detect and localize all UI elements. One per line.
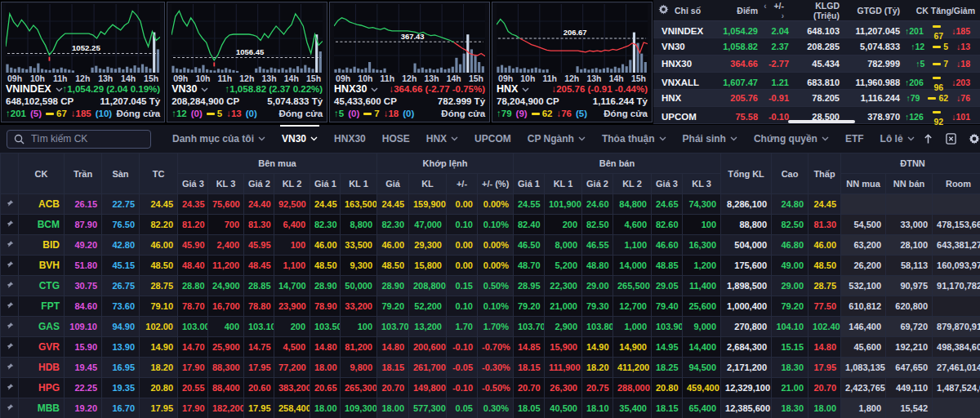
sell-vol3[interactable]: 14,400	[683, 337, 721, 358]
match-vol[interactable]: 261,700	[409, 358, 447, 378]
ticker-cell[interactable]: HPG	[19, 378, 65, 398]
index-row-vn30[interactable]: VN301,058.822.37208.2855,074.833↑125↓13	[653, 38, 980, 56]
match-change-pct[interactable]: 0.30%	[478, 398, 514, 418]
match-price[interactable]: 20.70	[377, 378, 409, 398]
sort-right-icon[interactable]: ›	[782, 11, 789, 20]
tab-hose[interactable]: HOSE	[374, 125, 418, 153]
sell-price2[interactable]: 20.75	[582, 378, 613, 398]
sell-price3[interactable]: 14.95	[652, 337, 683, 358]
match-change-pct[interactable]: 1.70%	[478, 317, 514, 337]
col-diem[interactable]: Điểm	[719, 6, 763, 16]
buy-price3[interactable]: 78.70	[178, 296, 208, 317]
tab-etf[interactable]: ETF	[837, 125, 872, 153]
match-vol[interactable]: 13,200	[409, 317, 447, 337]
match-price[interactable]: 18.15	[377, 358, 409, 378]
sell-vol2[interactable]: 1,000	[613, 317, 652, 337]
sell-price3[interactable]: 103.90	[652, 317, 683, 337]
sell-price3[interactable]: 18.25	[652, 358, 683, 378]
scroll-top-icon[interactable]	[923, 133, 933, 145]
sell-vol2[interactable]: 14,000	[613, 256, 652, 276]
buy-vol1[interactable]: 81,200	[341, 337, 377, 358]
match-change-pct[interactable]: 0.00%	[478, 235, 514, 256]
buy-price1[interactable]: 18.00	[310, 398, 341, 418]
sell-price2[interactable]: 103.80	[582, 317, 613, 337]
sell-price1[interactable]: 103.70	[514, 317, 545, 337]
sell-price2[interactable]: 24.60	[582, 194, 613, 215]
pin-cell[interactable]	[1, 358, 19, 378]
tab-phái-sinh[interactable]: Phái sinh	[675, 125, 746, 153]
excel-export-icon[interactable]	[946, 133, 956, 145]
pin-cell[interactable]	[1, 337, 19, 358]
match-change[interactable]: -0.10	[447, 337, 478, 358]
match-price[interactable]: 24.45	[377, 194, 409, 215]
match-price[interactable]: 103.70	[377, 317, 409, 337]
sell-vol1[interactable]: 5,200	[545, 256, 582, 276]
match-change[interactable]: -0.05	[447, 358, 478, 378]
buy-price3[interactable]: 45.90	[178, 235, 208, 256]
buy-price1[interactable]: 78.90	[310, 296, 341, 317]
match-price[interactable]: 28.90	[377, 276, 409, 296]
match-price[interactable]: 14.80	[377, 337, 409, 358]
sell-vol3[interactable]: 94,500	[683, 358, 721, 378]
index-name-dropdown[interactable]: HNX	[497, 83, 529, 96]
sell-vol1[interactable]: 200	[545, 215, 582, 235]
buy-price1[interactable]: 20.65	[310, 378, 341, 398]
buy-vol1[interactable]: 109,300	[341, 398, 377, 418]
ticker-cell[interactable]: BVH	[19, 256, 65, 276]
pin-cell[interactable]	[1, 194, 19, 215]
sell-vol1[interactable]: 101,900	[545, 194, 582, 215]
match-vol[interactable]: 52,200	[409, 296, 447, 317]
match-vol[interactable]: 208,800	[409, 276, 447, 296]
sell-vol3[interactable]: 9,000	[683, 317, 721, 337]
col-chi-so[interactable]: Chỉ số	[673, 6, 719, 16]
index-name-dropdown[interactable]: HNX30	[334, 83, 378, 96]
buy-vol2[interactable]: 383,200	[274, 378, 310, 398]
buy-vol2[interactable]: 92,500	[274, 194, 310, 215]
sell-price2[interactable]: 48.80	[582, 256, 613, 276]
pin-cell[interactable]	[1, 215, 19, 235]
sell-price1[interactable]: 28.95	[514, 276, 545, 296]
sell-vol3[interactable]: 100	[683, 215, 721, 235]
tab-vn30[interactable]: VN30	[274, 125, 326, 153]
col-ck-tang-giam[interactable]: CK Tăng/Giảm	[905, 6, 980, 16]
match-change[interactable]: 0.00	[447, 194, 478, 215]
index-row-vnindex[interactable]: VNINDEX1,054.292.04648.10311,207.045↑201…	[653, 21, 980, 38]
index-row-vnxall[interactable]: VNXALL1,607.471.21683.81011,960.988↑2069…	[653, 73, 980, 90]
stock-search-box[interactable]	[7, 130, 151, 149]
match-price[interactable]: 48.50	[377, 256, 409, 276]
buy-vol2[interactable]: 4,500	[274, 337, 310, 358]
sell-price1[interactable]: 14.85	[514, 337, 545, 358]
buy-price2[interactable]: 78.80	[244, 296, 274, 317]
match-change-pct[interactable]: -0.50%	[478, 378, 514, 398]
buy-vol1[interactable]: 100	[341, 317, 377, 337]
match-change[interactable]: 0.10	[447, 296, 478, 317]
tab-upcom[interactable]: UPCOM	[466, 125, 519, 153]
buy-vol3[interactable]: 75,600	[208, 194, 244, 215]
match-change[interactable]: -0.10	[447, 378, 478, 398]
sell-vol3[interactable]: 1,200	[683, 256, 721, 276]
tab-hnx30[interactable]: HNX30	[326, 125, 374, 153]
pin-cell[interactable]	[1, 317, 19, 337]
horizontal-scrollbar-thumb[interactable]	[788, 120, 855, 123]
match-change[interactable]: 0.00	[447, 256, 478, 276]
sell-vol3[interactable]: 74,300	[683, 194, 721, 215]
sell-vol1[interactable]: 26,300	[545, 378, 582, 398]
index-name-dropdown[interactable]: VN30	[172, 83, 208, 96]
buy-price2[interactable]: 20.60	[244, 378, 274, 398]
buy-price3[interactable]: 81.20	[178, 215, 208, 235]
tab-lô-lẻ[interactable]: Lô lẻ	[872, 125, 923, 153]
buy-price3[interactable]: 48.40	[178, 256, 208, 276]
buy-price3[interactable]: 103.00	[178, 317, 208, 337]
pin-cell[interactable]	[1, 235, 19, 256]
sell-vol3[interactable]: 11,400	[683, 276, 721, 296]
sell-vol3[interactable]: 65,400	[683, 398, 721, 418]
buy-vol2[interactable]: 77,200	[274, 358, 310, 378]
sell-price2[interactable]: 18.20	[582, 358, 613, 378]
match-change-pct[interactable]: 0.10%	[478, 215, 514, 235]
sell-vol1[interactable]: 8,000	[545, 235, 582, 256]
buy-vol2[interactable]: 23,900	[274, 296, 310, 317]
col-gtgd[interactable]: GTGD (Tỷ)	[844, 6, 905, 16]
buy-vol2[interactable]: 100	[274, 235, 310, 256]
ticker-cell[interactable]: CTG	[19, 276, 65, 296]
index-row-hnx[interactable]: HNX205.76-0.9178.2051,116.244↑7962↓76	[653, 90, 980, 107]
